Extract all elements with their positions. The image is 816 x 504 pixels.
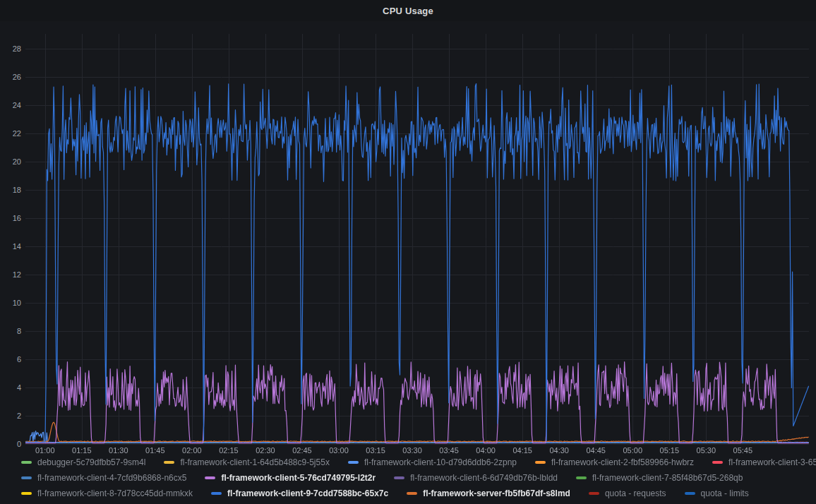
- legend-series-dash: [407, 492, 417, 495]
- y-axis-tick-label: 22: [0, 128, 21, 138]
- legend-series-dash: [535, 461, 546, 464]
- legend-series-label: fl-framework-client-10-d79d6ddb6-2zpnp: [364, 457, 517, 467]
- y-axis-tick-label: 16: [0, 213, 21, 223]
- y-axis-tick-label: 8: [0, 326, 21, 336]
- legend-series-dash: [205, 476, 215, 479]
- legend-item[interactable]: quota - requests: [589, 488, 666, 498]
- legend-item[interactable]: fl-framework-client-6-6d749db76b-lbldd: [394, 473, 558, 483]
- legend-series-dash: [394, 476, 404, 479]
- legend-series-label: fl-framework-client-3-65b77759d9-tfjjm: [728, 457, 816, 467]
- y-axis: 0246810121416182022242628: [0, 28, 23, 446]
- legend-item[interactable]: fl-framework-client-4-7cfd9b6868-n6cx5: [21, 473, 186, 483]
- legend: debugger-5c79dfbb57-9sm4lfl-framework-cl…: [0, 455, 816, 501]
- legend-series-label: fl-framework-client-8-7d78cc45dd-mmkxk: [37, 488, 193, 498]
- chart-canvas[interactable]: [25, 28, 809, 446]
- legend-series-dash: [211, 492, 222, 495]
- legend-row: fl-framework-client-4-7cfd9b6868-n6cx5fl…: [21, 470, 816, 486]
- legend-series-label: fl-framework-client-7-85f48b67d5-268qb: [592, 473, 743, 483]
- legend-series-label: fl-framework-client-6-6d749db76b-lbldd: [410, 473, 558, 483]
- y-axis-tick-label: 4: [0, 383, 21, 392]
- legend-item[interactable]: quota - limits: [685, 488, 749, 498]
- y-axis-tick-label: 2: [0, 411, 21, 421]
- legend-series-dash: [576, 476, 587, 479]
- legend-row: debugger-5c79dfbb57-9sm4lfl-framework-cl…: [21, 455, 816, 470]
- y-axis-tick-label: 10: [0, 298, 21, 308]
- legend-series-dash: [21, 476, 32, 479]
- legend-series-label: quota - limits: [701, 488, 749, 498]
- legend-series-label: fl-framework-client-2-fbf589966-hwbrz: [551, 457, 694, 467]
- legend-item[interactable]: fl-framework-client-10-d79d6ddb6-2zpnp: [348, 457, 517, 467]
- legend-item[interactable]: fl-framework-client-5-76cd749795-l2t2r: [205, 473, 376, 483]
- legend-item[interactable]: fl-framework-client-9-7cdd7588bc-65x7c: [211, 488, 388, 498]
- y-axis-tick-label: 0: [0, 439, 21, 449]
- legend-series-dash: [685, 492, 695, 495]
- legend-series-label: debugger-5c79dfbb57-9sm4l: [37, 457, 145, 467]
- y-axis-tick-label: 20: [0, 157, 21, 167]
- y-axis-tick-label: 6: [0, 354, 21, 364]
- cpu-usage-panel: CPU Usage 0246810121416182022242628 01:0…: [0, 0, 816, 504]
- legend-item[interactable]: fl-framework-client-8-7d78cc45dd-mmkxk: [21, 488, 193, 498]
- legend-series-label: fl-framework-server-fb5fb67df-s8lmd: [423, 488, 570, 498]
- legend-item[interactable]: debugger-5c79dfbb57-9sm4l: [21, 457, 145, 467]
- legend-series-label: fl-framework-client-4-7cfd9b6868-n6cx5: [37, 473, 186, 483]
- legend-item[interactable]: fl-framework-server-fb5fb67df-s8lmd: [407, 488, 570, 498]
- y-axis-tick-label: 24: [0, 100, 21, 110]
- legend-series-label: quota - requests: [605, 488, 666, 498]
- y-axis-tick-label: 28: [0, 44, 21, 54]
- legend-item[interactable]: fl-framework-client-1-64d5b488c9-5j55x: [164, 457, 329, 467]
- y-axis-tick-label: 18: [0, 185, 21, 195]
- panel-header[interactable]: CPU Usage: [0, 0, 816, 21]
- legend-series-dash: [348, 461, 359, 464]
- legend-series-dash: [589, 492, 599, 495]
- legend-item[interactable]: fl-framework-client-7-85f48b67d5-268qb: [576, 473, 743, 483]
- legend-series-label: fl-framework-client-9-7cdd7588bc-65x7c: [227, 488, 388, 498]
- chart-plot-region: 0246810121416182022242628 01:0001:1501:3…: [0, 21, 816, 448]
- legend-item[interactable]: fl-framework-client-2-fbf589966-hwbrz: [535, 457, 694, 467]
- legend-series-dash: [712, 461, 723, 464]
- legend-series-label: fl-framework-client-5-76cd749795-l2t2r: [221, 473, 376, 483]
- panel-title: CPU Usage: [383, 6, 433, 16]
- legend-row: fl-framework-client-8-7d78cc45dd-mmkxkfl…: [21, 486, 816, 501]
- legend-series-dash: [164, 461, 174, 464]
- y-axis-tick-label: 14: [0, 241, 21, 251]
- y-axis-tick-label: 26: [0, 72, 21, 82]
- legend-series-dash: [21, 461, 32, 464]
- legend-item[interactable]: fl-framework-client-3-65b77759d9-tfjjm: [712, 457, 816, 467]
- legend-series-dash: [21, 492, 32, 495]
- legend-series-label: fl-framework-client-1-64d5b488c9-5j55x: [180, 457, 329, 467]
- y-axis-tick-label: 12: [0, 270, 21, 280]
